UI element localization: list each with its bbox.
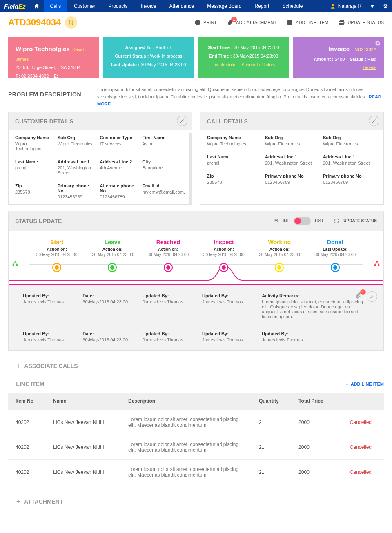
print-button[interactable]: PRINT (194, 19, 217, 26)
field: Sub OrgWipro Electronics (323, 135, 377, 146)
timeline-dot[interactable] (331, 263, 340, 272)
dropdown-icon[interactable]: ▼ (370, 3, 375, 9)
field: Address Line 1201, Washington Street (58, 159, 96, 175)
print-icon (194, 19, 201, 26)
field-label: Updated By: (202, 331, 256, 336)
field: Alternate phone No0123456789 (100, 183, 138, 199)
nav-schedule[interactable]: Schedule (276, 0, 309, 12)
field: Company NameWipro Technologies (207, 135, 261, 146)
swap-icon[interactable] (65, 16, 77, 29)
add-attachment-button[interactable]: ADD ATTACHMENT (227, 19, 276, 26)
nav-invoice[interactable]: Invoice (134, 0, 163, 12)
timeline-step[interactable]: LeaveAction on:30-May-2015 04:23:00 (85, 239, 140, 257)
svg-rect-6 (376, 41, 379, 44)
field: Company NameWipro Technologies (15, 135, 53, 151)
svg-rect-5 (377, 42, 380, 45)
customer-card: Wipro TechnolgiesDavid James 23453, Jorg… (8, 37, 99, 78)
gear-icon[interactable]: ⚙ (383, 3, 388, 9)
field-label: Sub Org (58, 135, 96, 140)
add-item-icon (287, 19, 293, 26)
view-toggle[interactable] (294, 217, 311, 225)
nav-attendance[interactable]: Attendance (163, 0, 201, 12)
logo: FieldEz (4, 3, 26, 10)
timeline-step[interactable]: ReachedAction on:30-May-2015 04:23:00 (140, 239, 196, 257)
timeline-step[interactable]: Done!Last Update:30-May-2015 04:23:00 (307, 239, 363, 257)
cust-details-title: CUSTOMER DETAILS (15, 118, 74, 125)
scrollbar[interactable] (189, 133, 192, 204)
field-label: Updated By: (23, 293, 76, 298)
refresh-icon[interactable] (334, 218, 339, 224)
field-label: Updated By: (262, 331, 369, 336)
copy-icon[interactable] (375, 40, 381, 46)
field-value: 201, Washington Street (58, 165, 96, 175)
field-label: Address Line 1 (323, 154, 377, 159)
field-value: 30-May-2015 04:23:00 (82, 337, 136, 342)
nav-report[interactable]: Report (248, 0, 276, 12)
nav-calls[interactable]: Calls (44, 0, 68, 12)
update-label: UPDATE STATUS (347, 20, 384, 25)
field: Date:30-May-2015 04:23:00 (82, 293, 136, 319)
field: Updated By:James levis Thomas (262, 331, 369, 342)
line-item-section: − LINE ITEM + ADD LINE ITEM (8, 375, 384, 393)
attach-label: ATTACHMENT (24, 498, 63, 505)
nav-products[interactable]: Products (102, 0, 134, 12)
field-label: Sub Org (323, 135, 377, 140)
timeline-dot[interactable] (52, 263, 61, 272)
assoc-label: ASSOCIATE CALLS (24, 363, 78, 369)
field-label: Date: (82, 293, 136, 298)
reschedule-link[interactable]: Reschedule (212, 62, 235, 67)
timeline-step[interactable]: WorkingAction on:30-May-2015 04:23:00 (252, 239, 307, 257)
field-value: ravicmw@gmail.com. (142, 190, 185, 194)
field-label: Address Line 2 (100, 159, 138, 164)
user-name: Nataraja R (338, 3, 361, 9)
schedule-card: Start Time : 30-May-2015 04:23:00 End Ti… (198, 37, 289, 78)
edit-customer-icon[interactable] (177, 116, 187, 126)
add-line-item-button[interactable]: ADD LINE ITEM (287, 19, 328, 26)
field-value: James levis Thomas (262, 337, 369, 342)
note-icon[interactable] (354, 291, 363, 302)
field-label: Last Name (207, 154, 261, 159)
field-value: IT services (100, 141, 138, 146)
add-line-item-link[interactable]: + ADD LINE ITEM (346, 381, 384, 386)
associate-calls-section[interactable]: + ASSOCIATE CALLS (8, 357, 384, 375)
field: Sub OrgWipro Electronics (265, 135, 319, 146)
schedule-history-link[interactable]: Schedule History (241, 62, 275, 67)
assignment-card: Assigned To : Karthick Current Status : … (103, 37, 194, 78)
inv-title: Invoice (328, 45, 350, 52)
paperclip-icon (227, 19, 234, 26)
field-label: Address Line 1 (265, 154, 319, 159)
collapse-icon[interactable]: − (8, 380, 12, 388)
edit-call-icon[interactable] (369, 116, 379, 126)
timeline-step[interactable]: InspectAction on:30-May-2015 04:23:00 (196, 239, 252, 257)
field: Updated By:James levis Thomas (202, 331, 256, 342)
timeline-dot[interactable] (164, 263, 173, 272)
edit-inspect-icon[interactable] (367, 291, 377, 302)
field: CityBangalore. (142, 159, 185, 175)
field-label: Updated By: (143, 331, 196, 336)
attachment-section[interactable]: + ATTACHMENT (8, 493, 384, 510)
timeline-dot[interactable] (108, 263, 117, 272)
field: Updated By:James levis Thomas (143, 331, 196, 342)
field: Primary phone No0123456789 (323, 174, 377, 185)
field: Email Idravicmw@gmail.com. (142, 183, 185, 199)
timeline-dot[interactable] (219, 263, 228, 272)
table-row[interactable]: 40202LICs New Jeevan NidhiLorem ipsum do… (8, 435, 384, 459)
field-value: Asim (142, 141, 185, 146)
table-row[interactable]: 40202LICs New Jeevan NidhiLorem ipsum do… (8, 410, 384, 435)
field-value: James levis Thomas (23, 299, 76, 304)
update-status-link[interactable]: UPDATE STATUS (343, 219, 377, 223)
home-icon[interactable] (34, 3, 40, 9)
field: Customer TypeIT services (100, 135, 138, 151)
field-value: Wipro Electronics (323, 141, 377, 146)
field: Updated By:James levis Thomas (202, 293, 256, 319)
timeline-dot[interactable] (275, 263, 284, 272)
timeline-step[interactable]: StartAction on:30-May-2015 04:23:00 (29, 239, 85, 257)
user-menu[interactable]: Nataraja R (330, 3, 361, 9)
invoice-details-link[interactable]: Details (363, 65, 376, 70)
table-row[interactable]: 40202LICs New Jeevan NidhiLorem ipsum do… (8, 459, 384, 484)
field-value: 235678 (207, 180, 261, 185)
nav-customer[interactable]: Customer (67, 0, 102, 12)
field: Address Line 24th Avenue (100, 159, 138, 175)
nav-message-board[interactable]: Message Board (200, 0, 248, 12)
update-status-button[interactable]: UPDATE STATUS (339, 19, 384, 26)
